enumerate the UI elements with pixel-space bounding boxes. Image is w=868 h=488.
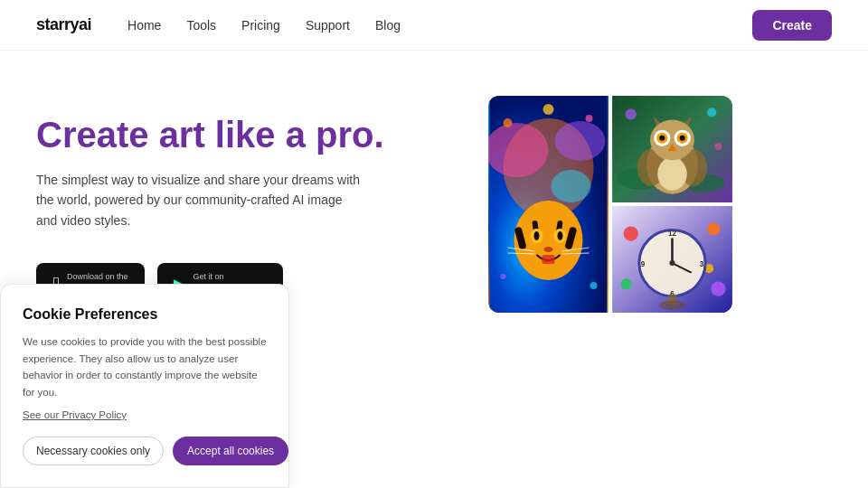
svg-point-42: [626, 108, 637, 119]
nav-blog[interactable]: Blog: [375, 18, 401, 33]
svg-point-46: [624, 226, 638, 240]
owl-image: [612, 96, 732, 202]
navbar: starryai Home Tools Pricing Support Blog…: [0, 0, 868, 51]
svg-point-31: [657, 157, 687, 191]
svg-point-4: [552, 170, 591, 202]
svg-point-11: [534, 231, 540, 240]
svg-text:12: 12: [668, 230, 677, 238]
svg-point-22: [501, 274, 506, 279]
svg-point-59: [669, 260, 675, 266]
hero-title: Create art like a pro.: [36, 114, 452, 155]
tiger-image: [488, 96, 609, 313]
nav-links: Home Tools Pricing Support Blog: [127, 17, 752, 33]
svg-point-13: [558, 231, 563, 240]
svg-point-43: [707, 108, 716, 117]
image-grid: 12 3 6 9: [488, 96, 732, 313]
clock-image: 12 3 6 9: [612, 206, 732, 313]
svg-point-20: [504, 118, 513, 127]
nav-tools[interactable]: Tools: [186, 18, 216, 33]
nav-support[interactable]: Support: [306, 18, 350, 33]
svg-point-61: [658, 301, 686, 310]
svg-text:3: 3: [700, 260, 704, 268]
svg-point-44: [714, 143, 722, 150]
svg-point-24: [543, 104, 554, 115]
svg-point-48: [621, 278, 632, 289]
cookie-banner: Cookie Preferences We use cookies to pro…: [0, 284, 289, 488]
svg-point-14: [544, 247, 553, 252]
svg-point-3: [555, 121, 606, 161]
svg-rect-15: [542, 255, 555, 264]
create-button[interactable]: Create: [752, 10, 832, 41]
accept-all-cookies-button[interactable]: Accept all cookies: [173, 436, 288, 465]
svg-point-47: [707, 222, 720, 235]
hero-description: The simplest way to visualize and share …: [36, 170, 362, 230]
nav-pricing[interactable]: Pricing: [241, 18, 280, 33]
nav-home[interactable]: Home: [127, 18, 161, 33]
privacy-policy-link[interactable]: See our Privacy Policy: [23, 409, 267, 420]
google-play-sublabel: Get it on: [193, 272, 267, 281]
svg-point-37: [659, 136, 665, 141]
svg-text:9: 9: [641, 260, 646, 268]
svg-point-40: [680, 136, 685, 141]
app-store-sublabel: Download on the: [67, 272, 128, 281]
necessary-cookies-button[interactable]: Necessary cookies only: [23, 436, 164, 465]
svg-point-21: [586, 115, 593, 122]
logo: starryai: [36, 15, 91, 34]
cookie-actions: Necessary cookies only Accept all cookie…: [23, 436, 267, 465]
svg-point-49: [711, 281, 725, 296]
svg-point-23: [590, 282, 598, 289]
cookie-title: Cookie Preferences: [23, 306, 267, 323]
cookie-body: We use cookies to provide you with the b…: [23, 333, 267, 400]
